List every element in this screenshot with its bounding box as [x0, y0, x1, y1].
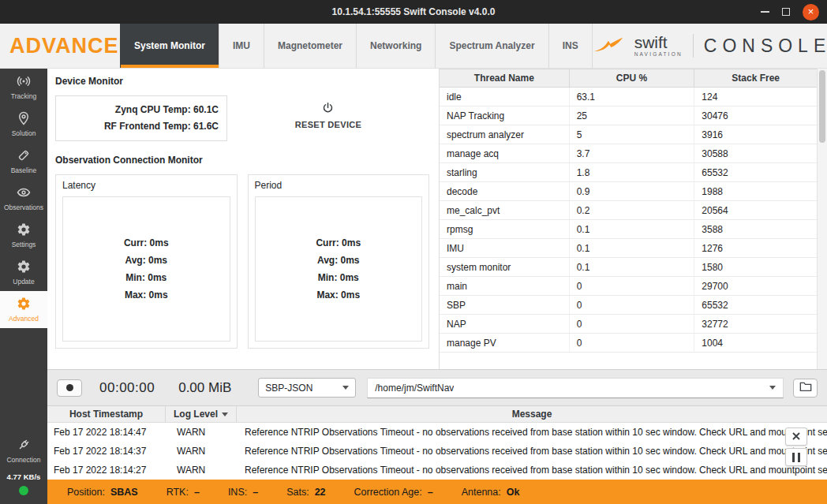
- table-cell: 29700: [694, 277, 817, 295]
- table-row[interactable]: decode0.91988: [440, 182, 817, 201]
- table-row[interactable]: spectrum analyzer53916: [440, 125, 817, 144]
- maximize-icon[interactable]: [782, 8, 790, 16]
- status-value: –: [428, 487, 433, 498]
- main-area: TrackingSolutionBaselineObservationsSett…: [0, 69, 827, 504]
- record-button[interactable]: [57, 379, 82, 397]
- sidebar-item-observations[interactable]: Observations: [0, 180, 47, 217]
- tab-label: Networking: [370, 40, 421, 51]
- swift-wordmark: swift NAVIGATION: [634, 34, 683, 58]
- table-cell: decode: [440, 182, 570, 200]
- table-row[interactable]: SBP065532: [440, 296, 817, 315]
- table-cell: 0: [570, 334, 695, 352]
- table-row[interactable]: NAP Tracking2530476: [440, 106, 817, 125]
- device-panel: Device Monitor Zynq CPU Temp: 60.1C RF F…: [47, 69, 439, 369]
- period-max: Max: 0ms: [316, 289, 360, 301]
- sidebar-item-advanced[interactable]: Advanced: [0, 291, 47, 328]
- period-box: Period Curr: 0ms Avg: 0ms Min: 0ms Max: …: [248, 174, 430, 349]
- brand-navigation-label: NAVIGATION: [634, 52, 683, 58]
- sidebar-item-settings[interactable]: Settings: [0, 217, 47, 254]
- table-row[interactable]: rpmsg0.13588: [440, 220, 817, 239]
- clear-log-button[interactable]: [785, 427, 807, 446]
- sidebar-item-baseline[interactable]: Baseline: [0, 143, 47, 180]
- table-cell: 1988: [694, 182, 817, 200]
- tab-magnetometer[interactable]: Magnetometer: [264, 24, 356, 68]
- latency-stats: Curr: 0ms Avg: 0ms Min: 0ms Max: 0ms: [62, 196, 230, 342]
- window-title: 10.1.54.1:55555 Swift Console v4.0.0: [0, 6, 827, 17]
- rf-temp: RF Frontend Temp: 61.6C: [64, 118, 219, 135]
- sidebar-item-solution[interactable]: Solution: [0, 106, 47, 143]
- table-cell: 1580: [694, 258, 817, 276]
- log-message: Reference NTRIP Observations Timeout - n…: [237, 461, 827, 480]
- status-correction-age-: Correction Age:–: [354, 487, 433, 498]
- log-row[interactable]: Feb 17 2022 18:14:27WARNReference NTRIP …: [47, 461, 827, 480]
- table-row[interactable]: me_calc_pvt0.220564: [440, 201, 817, 220]
- table-cell: 1004: [694, 334, 817, 352]
- period-curr: Curr: 0ms: [316, 237, 361, 248]
- tab-spectrum-analyzer[interactable]: Spectrum Analyzer: [435, 24, 548, 68]
- close-icon[interactable]: ×: [803, 4, 819, 21]
- sidebar-item-update[interactable]: Update: [0, 254, 47, 291]
- reset-device-button[interactable]: RESET DEVICE: [295, 102, 361, 129]
- table-cell: 5: [570, 125, 695, 144]
- sidebar-item-tracking[interactable]: Tracking: [0, 69, 47, 106]
- sidebar-item-label: Observations: [4, 203, 43, 211]
- status-value: –: [253, 487, 258, 498]
- table-row[interactable]: manage PV01004: [440, 334, 817, 353]
- status-antenna-: Antenna:Ok: [462, 487, 520, 498]
- tab-imu[interactable]: IMU: [219, 24, 264, 68]
- thread-table-scrollbar[interactable]: [817, 69, 827, 369]
- table-cell: 0: [570, 296, 695, 314]
- brand-divider: [693, 34, 694, 58]
- table-row[interactable]: starling1.865532: [440, 163, 817, 182]
- log-format-select[interactable]: SBP-JSON: [258, 378, 356, 398]
- status-value: Ok: [507, 487, 520, 498]
- tab-label: INS: [563, 40, 578, 51]
- minimize-icon[interactable]: [761, 11, 769, 13]
- table-cell: IMU: [440, 239, 570, 257]
- table-cell: 1.8: [570, 163, 695, 181]
- log-row[interactable]: Feb 17 2022 18:14:47WARNReference NTRIP …: [47, 423, 827, 442]
- log-message: Reference NTRIP Observations Timeout - n…: [237, 423, 827, 442]
- mode-label: ADVANCED: [0, 24, 120, 68]
- brand-swift-label: swift: [634, 34, 683, 50]
- advanced-icon: [17, 297, 31, 312]
- status-bar: Position:SBASRTK:–INS:–Sats:22Correction…: [47, 480, 827, 504]
- browse-folder-button[interactable]: [793, 379, 818, 398]
- log-level: WARN: [166, 423, 237, 442]
- reset-wrap: RESET DEVICE: [227, 95, 429, 141]
- table-cell: manage acq: [440, 144, 570, 162]
- table-cell: 65532: [694, 296, 817, 314]
- sidebar-item-connection[interactable]: Connection: [0, 432, 47, 469]
- table-row[interactable]: manage acq3.730588: [440, 144, 817, 163]
- tab-label: System Monitor: [134, 40, 205, 51]
- table-cell: idle: [440, 88, 570, 106]
- table-cell: 0.1: [570, 239, 695, 257]
- log-timestamp: Feb 17 2022 18:14:37: [47, 442, 166, 461]
- log-level-filter[interactable]: Log Level: [166, 406, 237, 422]
- tab-system-monitor[interactable]: System Monitor: [120, 24, 219, 68]
- swift-logo-icon: [593, 37, 624, 55]
- status-label: Position:: [67, 487, 105, 498]
- tab-networking[interactable]: Networking: [356, 24, 435, 68]
- table-row[interactable]: system monitor0.11580: [440, 258, 817, 277]
- table-cell: 30588: [694, 144, 817, 162]
- latency-curr: Curr: 0ms: [124, 237, 169, 248]
- scrollbar-thumb[interactable]: [819, 70, 825, 143]
- table-row[interactable]: NAP032772: [440, 315, 817, 334]
- pause-log-button[interactable]: [785, 448, 807, 466]
- log-row[interactable]: Feb 17 2022 18:14:37WARNReference NTRIP …: [47, 442, 827, 461]
- table-row[interactable]: main029700: [440, 277, 817, 296]
- status-value: SBAS: [110, 487, 138, 498]
- latency-min: Min: 0ms: [125, 272, 167, 283]
- caret-down-icon: [769, 386, 776, 390]
- table-row[interactable]: idle63.1124: [440, 88, 817, 106]
- connection-rate: 4.77 KB/s: [0, 472, 47, 481]
- log-level: WARN: [166, 461, 237, 480]
- log-timestamp: Feb 17 2022 18:14:47: [47, 423, 166, 442]
- tab-ins[interactable]: INS: [548, 24, 593, 68]
- device-monitor-row: Zynq CPU Temp: 60.1C RF Frontend Temp: 6…: [55, 95, 429, 141]
- baseline-icon: [17, 148, 31, 164]
- table-row[interactable]: IMU0.11276: [440, 239, 817, 258]
- host-timestamp-header: Host Timestamp: [47, 406, 166, 422]
- log-directory-input[interactable]: /home/jm/SwiftNav: [367, 378, 784, 398]
